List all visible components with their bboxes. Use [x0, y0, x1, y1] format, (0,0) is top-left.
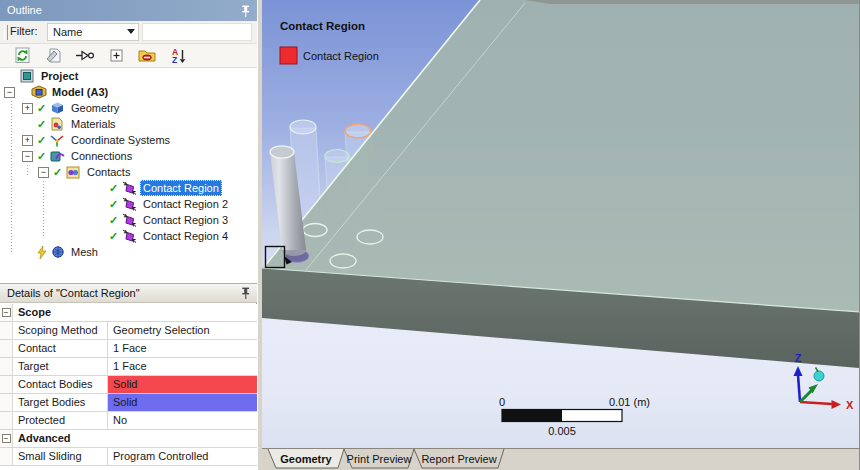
check-icon: ✓	[109, 228, 122, 244]
check-icon: ✓	[37, 100, 50, 116]
contact-region-icon	[122, 181, 140, 195]
filter-dropdown-value: Name	[53, 26, 82, 38]
collapse-folder-icon[interactable]	[136, 46, 158, 66]
details-property-value[interactable]: Solid	[108, 394, 257, 412]
details-property-value[interactable]: Geometry Selection	[108, 322, 257, 340]
details-row-protected: ProtectedNo	[0, 412, 257, 430]
ansys-mechanical-window: Outline Filter: Name AZ Project−Model (A…	[0, 0, 860, 470]
3d-scene[interactable]: Contact Region Contact Region 0 0.01 (m)…	[262, 0, 860, 448]
go-to-icon[interactable]	[74, 46, 96, 66]
outline-toolbar: AZ	[0, 44, 257, 68]
details-property-label: Protected	[13, 412, 108, 430]
tree-item-contacts[interactable]: −✓Contacts	[0, 164, 257, 180]
details-gutter: −	[0, 430, 13, 448]
details-gutter	[0, 340, 13, 358]
tree-item-geometry[interactable]: +✓Geometry	[0, 100, 257, 116]
details-row-target: Target1 Face	[0, 358, 257, 376]
tree-item-project[interactable]: Project	[0, 68, 257, 84]
outline-tree: Project−Model (A3)+✓Geometry✓Materials+✓…	[0, 68, 257, 283]
check-icon: ✓	[37, 148, 50, 164]
tab-print-preview-label[interactable]: Print Preview	[347, 453, 412, 465]
tree-item-label[interactable]: Coordinate Systems	[68, 132, 173, 148]
tree-item-materials[interactable]: ✓Materials	[0, 116, 257, 132]
details-title: Details of "Contact Region"	[7, 287, 140, 299]
details-row-scoping-method: Scoping MethodGeometry Selection	[0, 322, 257, 340]
details-gutter	[0, 394, 13, 412]
details-property-label: Contact	[13, 340, 108, 358]
details-row-scope: −Scope	[0, 304, 257, 322]
tree-item-label[interactable]: Model (A3)	[49, 84, 111, 100]
chevron-down-icon[interactable]	[127, 29, 135, 34]
filter-row: Filter: Name	[0, 21, 257, 44]
tree-item-model-a3[interactable]: −Model (A3)	[0, 84, 257, 100]
tree-item-contact-region-2[interactable]: ✓Contact Region 2	[0, 196, 257, 212]
collapse-expander[interactable]: −	[22, 151, 33, 162]
tree-item-coordinate-systems[interactable]: +✓Coordinate Systems	[0, 132, 257, 148]
details-gutter	[0, 376, 13, 394]
outline-title: Outline	[7, 4, 42, 16]
worksheet-icon[interactable]	[43, 46, 65, 66]
iso-ball[interactable]	[814, 371, 824, 381]
details-property-value[interactable]: Solid	[108, 376, 257, 394]
refresh-icon[interactable]	[12, 46, 34, 66]
details-property-value[interactable]: No	[108, 412, 257, 430]
tree-item-contact-region-3[interactable]: ✓Contact Region 3	[0, 212, 257, 228]
expand-expander[interactable]: +	[22, 135, 33, 146]
left-pane: Outline Filter: Name AZ Project−Model (A…	[0, 0, 257, 470]
details-gutter	[0, 322, 13, 340]
tree-item-label[interactable]: Project	[38, 68, 81, 84]
tree-item-label[interactable]: Connections	[68, 148, 135, 164]
collapse-expander[interactable]: −	[4, 87, 15, 98]
tree-item-label[interactable]: Contacts	[84, 164, 133, 180]
tree-item-label[interactable]: Contact Region	[140, 180, 222, 196]
triad-z-label[interactable]: Z	[795, 352, 802, 364]
sort-az-icon[interactable]: AZ	[167, 46, 189, 66]
tree-item-label[interactable]: Geometry	[68, 100, 122, 116]
collapse-expander[interactable]: −	[38, 167, 49, 178]
scale-mid-label: 0.005	[548, 425, 576, 437]
check-icon: ✓	[53, 164, 66, 180]
tree-item-label[interactable]: Materials	[68, 116, 119, 132]
details-row-contact: Contact1 Face	[0, 340, 257, 358]
tree-item-contact-region-4[interactable]: ✓Contact Region 4	[0, 228, 257, 244]
geometry-viewport[interactable]: Contact Region Contact Region 0 0.01 (m)…	[262, 0, 860, 448]
details-group-header: Advanced	[13, 430, 257, 448]
check-icon: ✓	[109, 196, 122, 212]
tree-item-contact-region[interactable]: ✓Contact Region	[0, 180, 257, 196]
filter-text-input[interactable]	[142, 23, 252, 41]
legend-label: Contact Region	[303, 50, 379, 62]
expand-expander[interactable]: +	[22, 103, 33, 114]
details-row-contact-bodies: Contact BodiesSolid	[0, 376, 257, 394]
scale-max-label: 0.01 (m)	[609, 396, 650, 408]
tree-item-label[interactable]: Contact Region 4	[140, 228, 231, 244]
tab-geometry-label[interactable]: Geometry	[280, 453, 332, 465]
contacts-icon	[66, 165, 84, 179]
toolbar-grip	[4, 25, 8, 40]
details-property-value[interactable]: Program Controlled	[108, 448, 257, 466]
details-gutter: −	[0, 304, 13, 322]
details-gutter	[0, 448, 13, 466]
check-icon: ✓	[109, 180, 122, 196]
filter-name-dropdown[interactable]: Name	[47, 23, 139, 41]
outline-titlebar: Outline	[0, 0, 257, 21]
details-row-advanced: −Advanced	[0, 430, 257, 448]
details-property-value[interactable]: 1 Face	[108, 358, 257, 376]
tree-item-connections[interactable]: −✓Connections	[0, 148, 257, 164]
check-icon: ✓	[109, 212, 122, 228]
group-collapse-expander[interactable]: −	[2, 434, 11, 443]
tree-item-label[interactable]: Mesh	[68, 244, 101, 260]
triad-x-label[interactable]: X	[846, 399, 854, 411]
tree-item-mesh[interactable]: Mesh	[0, 244, 257, 260]
tree-item-label[interactable]: Contact Region 2	[140, 196, 231, 212]
details-property-label: Target Bodies	[13, 394, 108, 412]
details-property-label: Target	[13, 358, 108, 376]
group-collapse-expander[interactable]: −	[2, 308, 11, 317]
details-property-value[interactable]: 1 Face	[108, 340, 257, 358]
tab-report-preview-label[interactable]: Report Preview	[421, 453, 496, 465]
legend-swatch	[280, 47, 297, 64]
mesh-icon	[50, 245, 68, 259]
expand-all-icon[interactable]	[105, 46, 127, 66]
coordinate-systems-icon	[50, 133, 68, 147]
details-titlebar: Details of "Contact Region"	[0, 283, 257, 303]
tree-item-label[interactable]: Contact Region 3	[140, 212, 231, 228]
